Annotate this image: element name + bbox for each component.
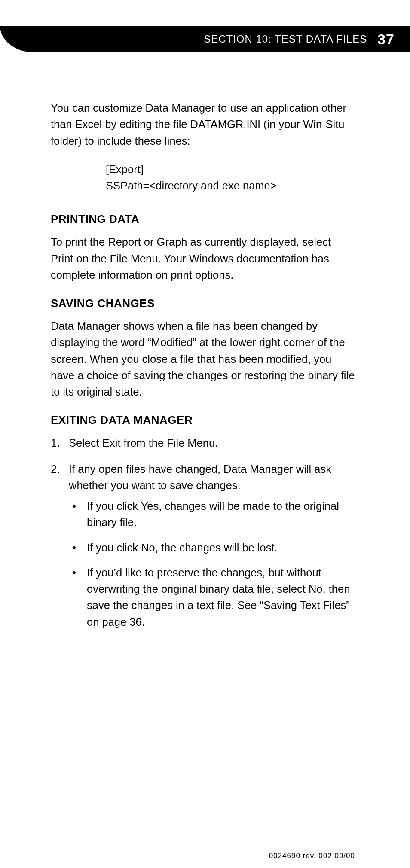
page-content: You can customize Data Manager to use an… — [0, 52, 410, 630]
section-label: SECTION 10: TEST DATA FILES — [204, 33, 367, 45]
heading-saving-changes: SAVING CHANGES — [51, 295, 355, 312]
list-item: If you click Yes, changes will be made t… — [69, 498, 355, 531]
exit-sub-bullets: If you click Yes, changes will be made t… — [69, 498, 355, 630]
heading-printing-data: PRINTING DATA — [51, 211, 355, 228]
list-item-text: If you click No, the changes will be los… — [87, 542, 278, 554]
page-footer: 0024690 rev. 002 09/00 — [269, 852, 355, 860]
printing-paragraph: To print the Report or Graph as currentl… — [51, 234, 355, 283]
saving-paragraph: Data Manager shows when a file has been … — [51, 318, 355, 400]
list-item: If you click No, the changes will be los… — [69, 539, 355, 556]
list-item-text: Select Exit from the File Menu. — [69, 437, 218, 449]
page-number: 37 — [377, 31, 395, 48]
page-header: SECTION 10: TEST DATA FILES 37 — [0, 26, 410, 52]
code-line: SSPath=<directory and exe name> — [106, 177, 355, 194]
list-item-text: If any open files have changed, Data Man… — [69, 463, 331, 491]
list-item: If any open files have changed, Data Man… — [51, 461, 355, 630]
heading-exiting-data-manager: EXITING DATA MANAGER — [51, 412, 355, 429]
exit-steps-list: Select Exit from the File Menu. If any o… — [51, 435, 355, 630]
list-item-text: If you click Yes, changes will be made t… — [87, 500, 339, 528]
code-line: [Export] — [106, 161, 355, 177]
list-item: If you’d like to preserve the changes, b… — [69, 564, 355, 630]
page: SECTION 10: TEST DATA FILES 37 You can c… — [0, 26, 410, 868]
ini-code-block: [Export] SSPath=<directory and exe name> — [106, 161, 355, 194]
list-item-text: If you’d like to preserve the changes, b… — [87, 566, 350, 628]
list-item: Select Exit from the File Menu. — [51, 435, 355, 451]
intro-paragraph: You can customize Data Manager to use an… — [51, 100, 355, 149]
